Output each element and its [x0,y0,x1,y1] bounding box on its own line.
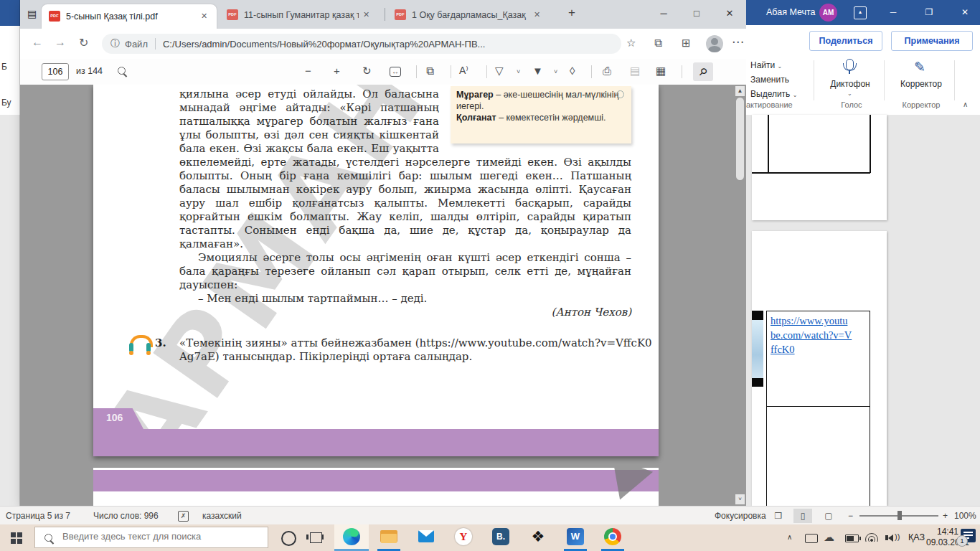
tab-inactive[interactable]: PDF 1 Оқу бағдарламасы_Қазақ тілі ✕ [390,6,552,24]
refresh-icon[interactable]: ↻ [79,36,88,50]
zoom-out-control[interactable]: − [848,511,853,521]
battery-icon[interactable] [845,534,859,542]
print-icon[interactable]: ⎙ [603,65,611,77]
tab-close-icon[interactable]: ✕ [534,10,540,19]
back-icon[interactable]: ← [32,36,43,49]
account-name[interactable]: Абая Мечта [766,7,816,17]
taskbar-app-vk[interactable]: В. [484,524,518,549]
table-cell-link[interactable]: https://www.youtu be.com/watch?v=V ffcK0 [766,311,870,407]
zoom-percentage[interactable]: 100% [954,511,976,521]
add-favorite-icon[interactable]: ☆ [626,37,636,50]
minimize-button[interactable]: ─ [647,0,680,27]
taskbar-app-word[interactable]: W [558,524,593,549]
draw-pen-chevron-icon[interactable]: ˅ [517,68,520,75]
search-input[interactable] [61,530,258,542]
address-toolbar: ← → ↻ ⓘ Файл C:/Users/admin/Documents/Но… [20,29,746,60]
profile-avatar[interactable] [706,35,723,52]
status-page-indicator[interactable]: Страница 5 из 7 [6,511,70,521]
onedrive-cloud-icon[interactable]: ☁ [824,531,834,544]
scrollbar-thumb[interactable] [736,98,744,180]
author-line: (Антон Чехов) [179,306,631,319]
tab-active[interactable]: PDF 5-сынып Қазақ тілі.pdf ✕ [42,4,217,29]
maximize-button[interactable]: □ [680,0,713,27]
comments-button[interactable]: Примечания [891,31,973,51]
pin-toolbar-button[interactable]: ⚲ [693,62,713,81]
pdf-toolbar: 106 из 144 − + ↻ ↔ ⧉ A⁾ ▽ ˅ ▼ ˅ ◊ ⎙ ▤ ▦ … [20,59,746,85]
account-avatar[interactable]: AM [819,4,837,22]
group-label-voice: Голос [826,100,877,109]
word-close-button[interactable]: ✕ [951,0,979,25]
replace-button[interactable]: Заменить [750,75,789,85]
eraser-icon[interactable]: ◊ [570,65,575,77]
notification-badge[interactable]: 1 [956,535,968,547]
pdf-content-area[interactable]: АРМАН-ПВ Мұрагер – әке-шешесінің мал-мүл… [20,85,746,506]
select-button[interactable]: Выделить ⌄ [750,89,797,99]
info-icon[interactable]: ⓘ [110,37,120,50]
word-restore-button[interactable]: ❐ [915,0,943,25]
scroll-up-button[interactable]: ▲ [735,86,745,96]
find-button[interactable]: Найти ⌄ [750,60,782,70]
page-number-input[interactable]: 106 [42,63,69,80]
editor-button[interactable]: ✎ Корректор [894,59,948,99]
read-mode-icon[interactable]: ❒ [769,509,788,523]
zoom-in-icon[interactable]: + [334,65,340,77]
dropbox-icon: ❖ [529,528,547,545]
page-view-icon[interactable]: ⧉ [426,65,434,77]
word-document-area[interactable]: https://www.youtu be.com/watch?v=V ffcK0 [746,115,980,506]
status-focus-mode[interactable]: Фокусировка [715,511,766,521]
address-bar[interactable]: ⓘ Файл C:/Users/admin/Documents/Новый%20… [102,34,621,54]
keyboard-language[interactable]: ҚАЗ [908,532,925,542]
toolbar-separator [451,65,451,78]
ribbon-display-options-icon[interactable]: ▲ [854,6,867,19]
draw-pen-icon[interactable]: ▽ [495,65,504,77]
taskbar-app-explorer[interactable] [372,524,406,549]
tab-actions-menu-icon[interactable]: ▤ [27,8,37,19]
zoom-out-icon[interactable]: − [305,65,311,77]
task-view-icon[interactable] [310,532,322,543]
highlighter-icon[interactable]: ▼ [532,65,543,77]
taskbar-app-chrome[interactable] [595,524,630,549]
taskbar-app-edge[interactable] [334,524,369,549]
status-language[interactable]: казахский [202,511,242,521]
wifi-icon[interactable] [865,533,878,542]
cast-display-icon[interactable] [805,534,818,543]
fit-width-icon[interactable]: ↔ [390,67,401,77]
taskbar-app-dropbox[interactable]: ❖ [521,524,555,549]
close-button[interactable]: ✕ [713,0,746,27]
settings-more-icon[interactable]: ⋯ [732,34,744,50]
web-layout-icon[interactable]: ▢ [819,509,838,523]
forward-icon[interactable]: → [55,36,66,49]
word-minimize-button[interactable]: ─ [880,0,907,25]
share-button[interactable]: Поделиться [809,31,882,51]
taskbar-search[interactable] [34,527,268,548]
add-to-collection-icon[interactable]: ⊞ [682,37,691,50]
collections-icon[interactable]: ⧉ [654,37,662,50]
read-aloud-icon[interactable]: A⁾ [459,65,468,76]
table-cell-empty[interactable] [766,406,870,507]
rotate-icon[interactable]: ↻ [362,65,372,77]
dictate-button[interactable]: Диктофон ⌄ [825,59,875,99]
hidden-icons-chevron[interactable]: ∧ [787,533,792,541]
collapse-ribbon-icon[interactable]: ∧ [963,100,968,108]
taskbar-app-yandex[interactable]: Y [446,524,481,549]
start-button[interactable] [11,532,22,544]
taskbar-app-mail[interactable] [409,524,443,549]
tab-close-icon[interactable]: ✕ [201,11,207,21]
status-word-count[interactable]: Число слов: 996 [93,511,159,521]
search-icon[interactable] [118,67,126,75]
zoom-in-control[interactable]: + [943,511,948,521]
save-icon[interactable]: ▤ [630,65,640,77]
tab-inactive[interactable]: PDF 11-сынып Гуманитар қазақ тілі ✕ [222,6,380,24]
hyperlink[interactable]: https://www.youtu be.com/watch?v=V ffcK0 [767,311,870,359]
print-layout-icon[interactable]: ▯ [793,509,812,523]
tab-close-icon[interactable]: ✕ [363,10,369,19]
paragraph: Эмоциялы әсерге толы осы әңгіменің оған … [179,251,631,292]
cortana-icon[interactable] [281,531,296,546]
zoom-slider-thumb[interactable] [897,511,902,520]
save-as-icon[interactable]: ▦ [656,65,666,77]
highlighter-chevron-icon[interactable]: ˅ [554,68,557,75]
proofing-status-icon[interactable]: ✗ [178,511,189,522]
new-tab-button[interactable]: + [568,6,575,20]
note-definition: – көмектесетін жәрдемші. [496,113,606,123]
scroll-down-button[interactable]: ˅ [735,494,745,504]
